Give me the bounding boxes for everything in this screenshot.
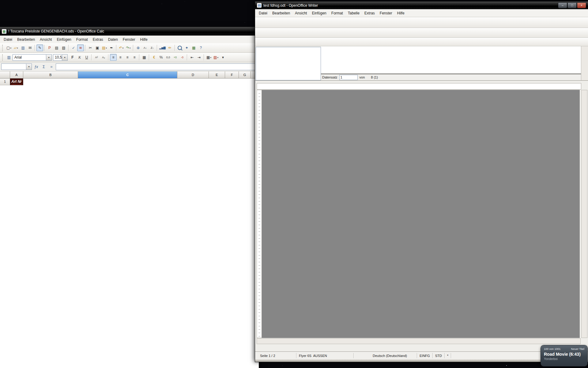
status-page[interactable]: Seite 1 / 2 bbox=[258, 353, 296, 358]
menu-ansicht[interactable]: Ansicht bbox=[292, 10, 309, 16]
formula-input-line[interactable] bbox=[56, 63, 258, 70]
redo-icon[interactable]: ↷▾ bbox=[125, 44, 132, 51]
cell[interactable]: Art Nr bbox=[10, 79, 23, 85]
menu-extras[interactable]: Extras bbox=[90, 36, 106, 43]
toolbar-grip[interactable] bbox=[2, 45, 4, 51]
menu-ansicht[interactable]: Ansicht bbox=[37, 36, 54, 43]
number-format-standard-icon[interactable]: 0,0 bbox=[165, 54, 172, 61]
format-paintbrush-icon[interactable]: ✒ bbox=[108, 44, 115, 51]
borders-icon[interactable]: ▦▾ bbox=[205, 54, 212, 61]
superscript-icon[interactable]: A² bbox=[93, 54, 100, 61]
page-preview-icon[interactable]: ▧ bbox=[60, 44, 67, 51]
chevron-down-icon[interactable]: ▾ bbox=[46, 55, 51, 60]
column-header-C[interactable]: C bbox=[78, 71, 177, 79]
spellcheck-icon[interactable]: ✓ bbox=[70, 44, 77, 51]
navigator-icon[interactable]: ✦ bbox=[183, 44, 190, 51]
find-replace-icon[interactable] bbox=[176, 44, 183, 51]
paste-icon[interactable]: ▤▾ bbox=[101, 44, 108, 51]
maximize-button[interactable]: □ bbox=[567, 2, 577, 8]
toolbar-grip[interactable] bbox=[2, 54, 4, 61]
subscript-icon[interactable]: A₂ bbox=[100, 54, 107, 61]
corner-header[interactable] bbox=[0, 71, 10, 79]
menu-format[interactable]: Format bbox=[74, 36, 90, 43]
column-header-B[interactable]: B bbox=[23, 71, 78, 79]
menu-extras[interactable]: Extras bbox=[362, 10, 377, 16]
chevron-down-icon[interactable]: ▾ bbox=[62, 55, 67, 60]
status-page-style[interactable]: Flyer 6S AUSSEN bbox=[296, 353, 354, 358]
writer-titlebar[interactable]: ▤ test fdhsg.odt - OpenOffice Writer –□× bbox=[255, 2, 588, 9]
show-draw-functions-icon[interactable]: ✏ bbox=[167, 44, 173, 51]
status-selection-mode[interactable]: STD bbox=[433, 353, 445, 358]
number-format-currency-icon[interactable]: € bbox=[151, 54, 157, 61]
column-header-E[interactable]: E bbox=[209, 71, 225, 79]
font-size-combo[interactable]: 10,5▾ bbox=[53, 54, 68, 61]
data-source-table-scrollbar[interactable] bbox=[581, 46, 588, 80]
merge-cells-icon[interactable]: ▦ bbox=[141, 54, 148, 61]
horizontal-scrollbar[interactable] bbox=[257, 338, 581, 344]
cut-icon[interactable]: ✂ bbox=[87, 44, 94, 51]
menu-daten[interactable]: Daten bbox=[106, 36, 120, 43]
sort-ascending-icon[interactable]: A↓ bbox=[142, 44, 149, 51]
help-icon[interactable]: ? bbox=[198, 44, 204, 51]
close-button[interactable]: × bbox=[577, 2, 586, 8]
insert-chart-icon[interactable]: ▂▅▇ bbox=[159, 44, 166, 51]
hyperlink-icon[interactable]: ⊕ bbox=[135, 44, 141, 51]
align-center-icon[interactable]: ≡ bbox=[117, 54, 124, 61]
save-icon[interactable]: ▥ bbox=[20, 44, 26, 51]
add-decimal-icon[interactable]: +0 bbox=[172, 54, 179, 61]
increase-indent-icon[interactable]: ⇥ bbox=[196, 54, 202, 61]
menu-datei[interactable]: Datei bbox=[256, 10, 270, 16]
formula-button[interactable]: = bbox=[48, 64, 55, 70]
menu-datei[interactable]: Datei bbox=[1, 36, 15, 43]
menu-fenster[interactable]: Fenster bbox=[377, 10, 395, 16]
status-language[interactable]: Deutsch (Deutschland) bbox=[363, 353, 417, 358]
menu-tabelle[interactable]: Tabelle bbox=[345, 10, 362, 16]
justify-icon[interactable]: ≡ bbox=[131, 54, 138, 61]
delete-decimal-icon[interactable]: -0 bbox=[179, 54, 186, 61]
menu-bearbeiten[interactable]: Bearbeiten bbox=[270, 10, 292, 16]
vertical-ruler[interactable] bbox=[257, 90, 262, 338]
edit-mode-icon[interactable]: ✎ bbox=[36, 44, 43, 51]
auto-spellcheck-icon[interactable]: ≋ bbox=[77, 44, 84, 51]
print-icon[interactable]: ▤ bbox=[53, 44, 60, 51]
align-left-icon[interactable]: ≡ bbox=[110, 54, 117, 61]
function-wizard-button[interactable]: ƒx bbox=[33, 64, 40, 70]
new-document-icon[interactable]: ▢▾ bbox=[6, 44, 12, 51]
menu-hilfe[interactable]: Hilfe bbox=[395, 10, 407, 16]
column-header-A[interactable]: A bbox=[10, 71, 23, 79]
copy-icon[interactable]: ▣ bbox=[94, 44, 101, 51]
cell-reference-box[interactable]: ▾ bbox=[1, 63, 32, 70]
underline-icon[interactable]: U bbox=[83, 54, 90, 61]
menu-format[interactable]: Format bbox=[329, 10, 345, 16]
font-name-combo[interactable]: Arial▾ bbox=[13, 54, 52, 61]
row-header-1[interactable]: 1 bbox=[0, 79, 10, 85]
menu-fenster[interactable]: Fenster bbox=[120, 36, 138, 43]
menu-bearbeiten[interactable]: Bearbeiten bbox=[15, 36, 37, 43]
document-area[interactable] bbox=[262, 90, 580, 338]
menu-einfügen[interactable]: Einfügen bbox=[54, 36, 74, 43]
menu-hilfe[interactable]: Hilfe bbox=[138, 36, 150, 43]
sort-descending-icon[interactable]: Z↓ bbox=[149, 44, 156, 51]
chevron-down-icon[interactable]: ▾ bbox=[26, 64, 32, 70]
menu-einfügen[interactable]: Einfügen bbox=[309, 10, 329, 16]
document-as-email-icon[interactable]: ✉ bbox=[27, 44, 33, 51]
italic-icon[interactable]: K bbox=[76, 54, 83, 61]
status-modified-flag[interactable]: * bbox=[445, 353, 451, 358]
column-header-G[interactable]: G bbox=[239, 71, 251, 79]
sum-button[interactable]: Σ bbox=[40, 64, 47, 70]
background-color-icon[interactable]: ▨▾ bbox=[213, 54, 219, 61]
horizontal-ruler[interactable] bbox=[257, 83, 581, 90]
number-format-percent-icon[interactable]: % bbox=[158, 54, 164, 61]
toolbar-overflow-icon[interactable]: ▾ bbox=[220, 54, 226, 61]
calc-titlebar[interactable]: ▦ ! Toscana Preisliste GENGENBACH.ods - … bbox=[0, 27, 259, 36]
gallery-icon[interactable]: ▦ bbox=[190, 44, 197, 51]
bold-icon[interactable]: F bbox=[69, 54, 76, 61]
vertical-scrollbar[interactable] bbox=[581, 90, 587, 338]
export-pdf-icon[interactable]: P bbox=[46, 44, 53, 51]
record-number-input[interactable]: 1 bbox=[339, 75, 358, 80]
open-icon[interactable]: ▱▾ bbox=[13, 44, 19, 51]
column-header-D[interactable]: D bbox=[177, 71, 209, 79]
decrease-indent-icon[interactable]: ⇤ bbox=[189, 54, 195, 61]
undo-icon[interactable]: ↶▾ bbox=[118, 44, 125, 51]
styles-window-icon[interactable]: ▥ bbox=[6, 54, 12, 61]
